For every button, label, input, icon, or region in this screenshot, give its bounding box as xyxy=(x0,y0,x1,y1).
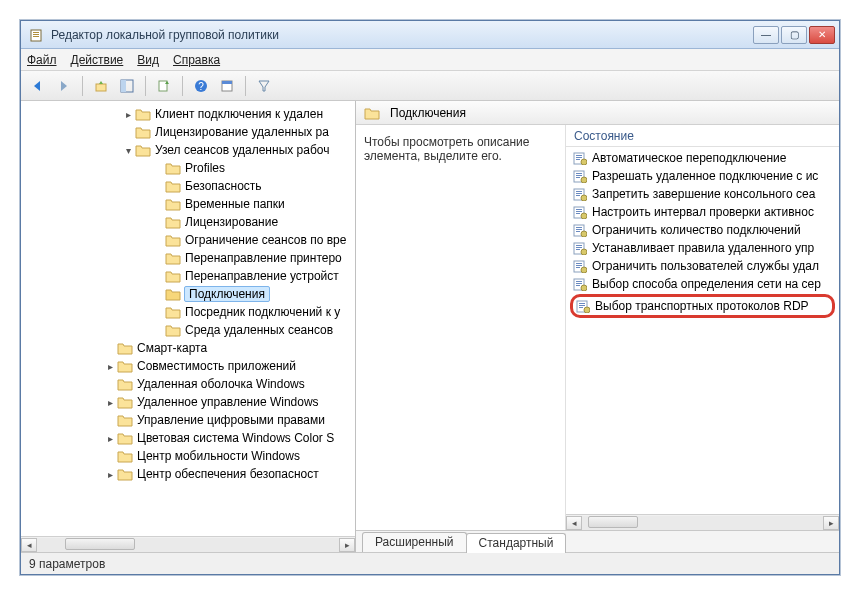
tree-item[interactable]: Среда удаленных сеансов xyxy=(21,321,355,339)
setting-label: Разрешать удаленное подключение с ис xyxy=(592,169,818,183)
folder-icon xyxy=(165,305,181,319)
svg-rect-34 xyxy=(576,229,582,230)
list-column-header[interactable]: Состояние xyxy=(566,125,839,147)
folder-icon xyxy=(165,197,181,211)
setting-item[interactable]: Выбор способа определения сети на сер xyxy=(570,275,835,293)
svg-rect-15 xyxy=(576,159,580,160)
setting-item-highlighted[interactable]: Выбор транспортных протоколов RDP xyxy=(570,294,835,318)
tree-item[interactable]: Ограничение сеансов по вре xyxy=(21,231,355,249)
tree-item[interactable]: Управление цифровыми правами xyxy=(21,411,355,429)
setting-item[interactable]: Автоматическое переподключение xyxy=(570,149,835,167)
folder-icon xyxy=(117,359,133,373)
folder-icon xyxy=(364,106,380,120)
tree-item[interactable]: ▸Клиент подключения к удален xyxy=(21,105,355,123)
policy-icon xyxy=(572,169,588,183)
tree-body[interactable]: ▸Клиент подключения к удаленЛицензирован… xyxy=(21,101,355,536)
tree-item-label: Удаленное управление Windows xyxy=(137,395,319,409)
svg-point-56 xyxy=(584,307,590,313)
maximize-button[interactable]: ▢ xyxy=(781,26,807,44)
svg-rect-2 xyxy=(33,34,39,35)
tree-item[interactable]: Перенаправление принтеро xyxy=(21,249,355,267)
menu-view[interactable]: Вид xyxy=(137,53,159,67)
tree-item[interactable]: Лицензирование удаленных ра xyxy=(21,123,355,141)
folder-icon xyxy=(165,233,181,247)
twisty-icon[interactable]: ▸ xyxy=(121,109,135,120)
tree-item[interactable]: Перенаправление устройст xyxy=(21,267,355,285)
up-button[interactable] xyxy=(90,75,112,97)
setting-item[interactable]: Ограничить количество подключений xyxy=(570,221,835,239)
toolbar-separator xyxy=(245,76,246,96)
folder-icon xyxy=(165,161,181,175)
window-title: Редактор локальной групповой политики xyxy=(51,28,753,42)
svg-rect-39 xyxy=(576,247,582,248)
twisty-icon[interactable]: ▸ xyxy=(103,397,117,408)
svg-text:?: ? xyxy=(198,81,204,92)
tree-item[interactable]: ▾Узел сеансов удаленных рабоч xyxy=(21,141,355,159)
scroll-track[interactable] xyxy=(37,538,339,552)
svg-rect-49 xyxy=(576,283,582,284)
folder-icon xyxy=(135,143,151,157)
tree-item[interactable]: Посредник подключений к у xyxy=(21,303,355,321)
filter-button[interactable] xyxy=(253,75,275,97)
setting-item[interactable]: Разрешать удаленное подключение с ис xyxy=(570,167,835,185)
list-horizontal-scrollbar[interactable]: ◂ ▸ xyxy=(566,514,839,530)
scroll-left-button[interactable]: ◂ xyxy=(566,516,582,530)
svg-rect-29 xyxy=(576,211,582,212)
settings-list-pane: Состояние Автоматическое переподключение… xyxy=(566,125,839,530)
tree-item[interactable]: Подключения xyxy=(21,285,355,303)
export-button[interactable] xyxy=(153,75,175,97)
tree-item[interactable]: Profiles xyxy=(21,159,355,177)
properties-button[interactable] xyxy=(216,75,238,97)
tab-standard[interactable]: Стандартный xyxy=(466,533,567,553)
menu-file[interactable]: Файл xyxy=(27,53,57,67)
svg-rect-3 xyxy=(33,36,39,37)
toolbar-separator xyxy=(82,76,83,96)
svg-rect-44 xyxy=(576,265,582,266)
svg-rect-6 xyxy=(121,80,126,92)
setting-item[interactable]: Настроить интервал проверки активнос xyxy=(570,203,835,221)
folder-icon xyxy=(165,323,181,337)
back-button[interactable] xyxy=(27,75,49,97)
titlebar[interactable]: Редактор локальной групповой политики — … xyxy=(21,21,839,49)
folder-icon xyxy=(165,269,181,283)
tree-item[interactable]: ▸Совместимость приложений xyxy=(21,357,355,375)
tree-item[interactable]: Удаленная оболочка Windows xyxy=(21,375,355,393)
tree-item-label: Безопасность xyxy=(185,179,262,193)
forward-button[interactable] xyxy=(53,75,75,97)
tree-item[interactable]: Смарт-карта xyxy=(21,339,355,357)
twisty-icon[interactable]: ▸ xyxy=(103,433,117,444)
menu-action[interactable]: Действие xyxy=(71,53,124,67)
policy-icon xyxy=(572,241,588,255)
tree-item[interactable]: ▸Удаленное управление Windows xyxy=(21,393,355,411)
tree-item[interactable]: Временные папки xyxy=(21,195,355,213)
settings-list[interactable]: Автоматическое переподключениеРазрешать … xyxy=(566,147,839,514)
setting-item[interactable]: Устанавливает правила удаленного упр xyxy=(570,239,835,257)
tree-item[interactable]: Центр мобильности Windows xyxy=(21,447,355,465)
tree-item-label: Лицензирование xyxy=(185,215,278,229)
twisty-icon[interactable]: ▸ xyxy=(103,469,117,480)
tree-horizontal-scrollbar[interactable]: ◂ ▸ xyxy=(21,536,355,552)
minimize-button[interactable]: — xyxy=(753,26,779,44)
menu-help[interactable]: Справка xyxy=(173,53,220,67)
scroll-thumb[interactable] xyxy=(65,538,135,550)
tree-item[interactable]: ▸Цветовая система Windows Color S xyxy=(21,429,355,447)
scroll-thumb[interactable] xyxy=(588,516,638,528)
tree-item-label: Узел сеансов удаленных рабоч xyxy=(155,143,329,157)
help-button[interactable]: ? xyxy=(190,75,212,97)
tree-item-label: Центр мобильности Windows xyxy=(137,449,300,463)
tree-item[interactable]: ▸Центр обеспечения безопасност xyxy=(21,465,355,483)
close-button[interactable]: ✕ xyxy=(809,26,835,44)
scroll-track[interactable] xyxy=(582,516,823,530)
scroll-right-button[interactable]: ▸ xyxy=(339,538,355,552)
twisty-icon[interactable]: ▾ xyxy=(121,145,135,156)
tab-extended[interactable]: Расширенный xyxy=(362,532,467,552)
scroll-left-button[interactable]: ◂ xyxy=(21,538,37,552)
scroll-right-button[interactable]: ▸ xyxy=(823,516,839,530)
show-hide-tree-button[interactable] xyxy=(116,75,138,97)
tree-item[interactable]: Лицензирование xyxy=(21,213,355,231)
setting-item[interactable]: Ограничить пользователей службы удал xyxy=(570,257,835,275)
setting-item[interactable]: Запретить завершение консольного сеа xyxy=(570,185,835,203)
tree-item-label: Управление цифровыми правами xyxy=(137,413,325,427)
tree-item[interactable]: Безопасность xyxy=(21,177,355,195)
twisty-icon[interactable]: ▸ xyxy=(103,361,117,372)
